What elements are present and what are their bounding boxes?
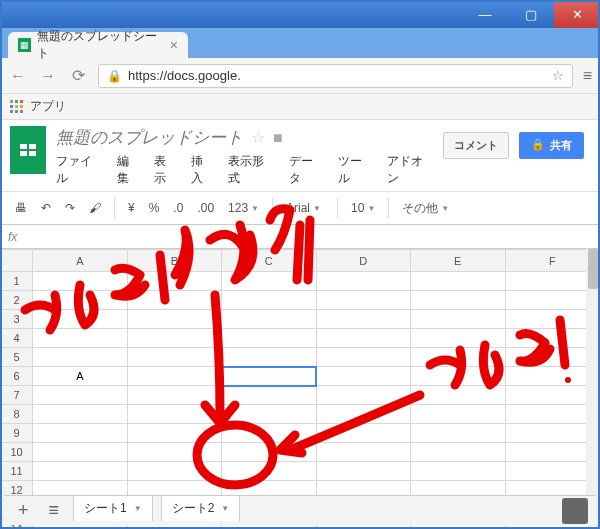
sheets-logo-icon[interactable] <box>10 126 46 174</box>
menu-file[interactable]: ファイル <box>56 153 103 187</box>
all-sheets-button[interactable]: ≡ <box>43 500 66 521</box>
cell[interactable] <box>127 424 221 443</box>
cell[interactable] <box>316 272 410 291</box>
apps-icon[interactable] <box>10 100 24 114</box>
sheet-tab-1[interactable]: シート1▼ <box>73 495 153 521</box>
window-maximize-button[interactable]: ▢ <box>508 0 554 28</box>
cell[interactable] <box>411 291 505 310</box>
menu-data[interactable]: データ <box>289 153 324 187</box>
col-header-e[interactable]: E <box>411 250 505 272</box>
star-icon[interactable]: ☆ <box>251 128 265 147</box>
row-header[interactable]: 7 <box>1 386 33 405</box>
cell[interactable] <box>222 329 316 348</box>
cell[interactable] <box>316 310 410 329</box>
cell[interactable] <box>316 424 410 443</box>
cell[interactable] <box>127 291 221 310</box>
cell[interactable] <box>316 462 410 481</box>
currency-button[interactable]: ¥ <box>123 197 140 219</box>
cell[interactable] <box>33 272 127 291</box>
col-header-b[interactable]: B <box>127 250 221 272</box>
cell[interactable] <box>127 272 221 291</box>
browser-tab[interactable]: ▦ 無題のスプレッドシート × <box>8 32 188 58</box>
cell[interactable] <box>316 329 410 348</box>
tab-close-button[interactable]: × <box>170 37 178 53</box>
cell[interactable] <box>33 329 127 348</box>
row-header[interactable]: 9 <box>1 424 33 443</box>
redo-button[interactable]: ↷ <box>60 197 80 219</box>
document-title[interactable]: 無題のスプレッドシート <box>56 126 243 149</box>
row-header[interactable]: 2 <box>1 291 33 310</box>
forward-button[interactable]: → <box>38 67 58 85</box>
cell[interactable] <box>222 405 316 424</box>
cell[interactable] <box>33 424 127 443</box>
more-tools[interactable]: その他▼ <box>397 196 454 221</box>
cell[interactable] <box>33 462 127 481</box>
menu-view[interactable]: 表示 <box>154 153 177 187</box>
cell[interactable] <box>411 386 505 405</box>
cell[interactable] <box>411 367 505 386</box>
col-header-a[interactable]: A <box>33 250 127 272</box>
cell[interactable] <box>411 329 505 348</box>
row-header[interactable]: 6 <box>1 367 33 386</box>
folder-icon[interactable]: ■ <box>273 129 283 147</box>
apps-label[interactable]: アプリ <box>30 98 66 115</box>
row-header[interactable]: 3 <box>1 310 33 329</box>
cell[interactable] <box>222 272 316 291</box>
vertical-scrollbar[interactable] <box>586 249 600 529</box>
cell[interactable]: A <box>33 367 127 386</box>
cell[interactable] <box>127 367 221 386</box>
cell[interactable] <box>222 462 316 481</box>
back-button[interactable]: ← <box>8 67 28 85</box>
cell[interactable] <box>127 310 221 329</box>
menu-addons[interactable]: アドオン <box>387 153 434 187</box>
cell[interactable] <box>33 291 127 310</box>
cell[interactable] <box>222 348 316 367</box>
row-header[interactable]: 1 <box>1 272 33 291</box>
menu-edit[interactable]: 編集 <box>117 153 140 187</box>
decrease-decimal-button[interactable]: .0 <box>168 197 188 219</box>
cell[interactable] <box>127 348 221 367</box>
col-header-c[interactable]: C <box>222 250 316 272</box>
increase-decimal-button[interactable]: .00 <box>192 197 219 219</box>
font-select[interactable]: Arial▼ <box>281 197 329 219</box>
paint-format-button[interactable]: 🖌 <box>84 197 106 219</box>
browser-menu-button[interactable]: ≡ <box>583 67 592 85</box>
print-button[interactable]: 🖶 <box>10 197 32 219</box>
cell[interactable] <box>411 405 505 424</box>
bookmark-star-icon[interactable]: ☆ <box>552 68 564 83</box>
cell[interactable] <box>33 310 127 329</box>
explore-button[interactable] <box>562 498 588 524</box>
menu-format[interactable]: 表示形式 <box>228 153 275 187</box>
cell[interactable] <box>316 405 410 424</box>
font-size-select[interactable]: 10▼ <box>346 197 380 219</box>
row-header[interactable]: 8 <box>1 405 33 424</box>
cell[interactable] <box>411 424 505 443</box>
cell[interactable] <box>411 443 505 462</box>
url-input[interactable]: 🔒 https://docs.google. ☆ <box>98 64 573 88</box>
cell[interactable] <box>127 329 221 348</box>
cell[interactable] <box>316 367 410 386</box>
undo-button[interactable]: ↶ <box>36 197 56 219</box>
cell[interactable] <box>222 310 316 329</box>
add-sheet-button[interactable]: + <box>12 500 35 521</box>
cell[interactable] <box>222 386 316 405</box>
select-all-corner[interactable] <box>1 250 33 272</box>
cell[interactable] <box>222 367 316 386</box>
row-header[interactable]: 5 <box>1 348 33 367</box>
cell[interactable] <box>33 443 127 462</box>
row-header[interactable]: 4 <box>1 329 33 348</box>
cell[interactable] <box>127 405 221 424</box>
cell[interactable] <box>127 443 221 462</box>
cell[interactable] <box>316 348 410 367</box>
cell[interactable] <box>33 405 127 424</box>
menu-insert[interactable]: 挿入 <box>191 153 214 187</box>
sheet-tab-2[interactable]: シート2▼ <box>161 495 241 521</box>
cell[interactable] <box>33 348 127 367</box>
menu-tools[interactable]: ツール <box>338 153 373 187</box>
row-header[interactable]: 11 <box>1 462 33 481</box>
cell[interactable] <box>33 386 127 405</box>
cell[interactable] <box>222 291 316 310</box>
window-close-button[interactable]: ✕ <box>554 0 600 28</box>
cell[interactable] <box>127 386 221 405</box>
cell[interactable] <box>316 291 410 310</box>
